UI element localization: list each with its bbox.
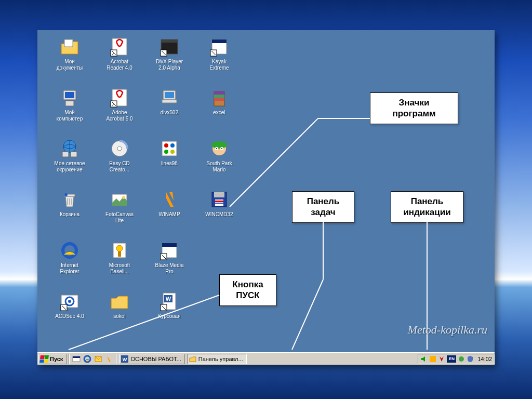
svg-rect-15 (165, 92, 174, 98)
desktop-icon[interactable]: Мои документы (47, 36, 92, 84)
desktop-icon[interactable]: Мое сетевое окружение (47, 138, 92, 186)
desktop-icon[interactable]: lines98 (147, 138, 192, 186)
foto-icon (109, 189, 130, 210)
cd-icon (109, 138, 130, 159)
desktop-icon-label: Internet Explorer (60, 262, 79, 275)
svg-rect-7 (212, 39, 227, 43)
quick-launch-winamp-icon[interactable] (104, 354, 114, 364)
desktop-icon[interactable]: Internet Explorer (47, 240, 92, 288)
tray-app-icon[interactable] (429, 355, 436, 363)
desktop-icon[interactable]: ACDSee 4.0 (47, 291, 92, 339)
folder-icon (109, 291, 130, 312)
quick-launch-ie-icon[interactable] (83, 354, 92, 364)
taskbar-task-button[interactable]: WОСНОВЫ РАБОТ... (119, 354, 184, 364)
desktop-icon[interactable]: WINCMD32 (196, 189, 242, 237)
desktop-icon[interactable]: FotoCanvas Lite (97, 189, 142, 237)
tray-volume-icon[interactable] (420, 355, 428, 363)
acrobat-icon (109, 87, 130, 108)
quick-launch (71, 354, 115, 364)
desktop-icon[interactable]: Корзина (47, 189, 92, 237)
desktop-icon[interactable]: Microsoft Baseli... (97, 240, 142, 288)
svg-rect-18 (214, 91, 224, 95)
desktop-icon-label: Acrobat Reader 4.0 (107, 59, 132, 71)
desktop-icon[interactable]: Blaze Media Pro (147, 240, 192, 288)
callout-programs-label: Значки программ (370, 92, 458, 124)
svg-point-56 (68, 300, 71, 303)
desktop-icon-label: divx502 (161, 110, 178, 116)
svg-rect-11 (65, 101, 74, 106)
shortcut-icon (209, 36, 230, 57)
desktop-icon-label: South Park Mario (206, 161, 232, 173)
desktop-icon[interactable]: Acrobat Reader 4.0 (97, 36, 142, 84)
desktop-icon[interactable]: divx502 (147, 87, 192, 135)
folder-icon (189, 355, 196, 363)
callout-taskbar-label: Панель задач (292, 191, 354, 223)
tray-network-icon[interactable] (458, 355, 465, 363)
desktop-icon-label: Easy CD Creato... (109, 161, 129, 173)
svg-point-30 (170, 150, 175, 154)
svg-rect-44 (215, 201, 223, 202)
quick-launch-outlook-icon[interactable] (94, 354, 103, 364)
desktop-icon-label: DivX Player 2.0 Alpha (156, 59, 183, 71)
desktop-icon-label: Blaze Media Pro (155, 262, 183, 275)
desktop-icon[interactable]: WКурсовая (147, 291, 192, 339)
taskbar-task-label: Панель управл... (198, 356, 243, 362)
ie-icon (59, 240, 80, 261)
taskbar-task-button[interactable]: Панель управл... (187, 354, 247, 364)
desktop-icon[interactable]: Adobe Acrobat 5.0 (97, 87, 142, 135)
svg-rect-22 (62, 152, 69, 157)
desktop-icon-label: Adobe Acrobat 5.0 (106, 110, 132, 122)
svg-rect-46 (215, 203, 223, 204)
acrobat-icon (109, 36, 130, 57)
desktop-icon[interactable]: Kayak Extreme (196, 36, 242, 84)
desktop-icon-label: sokol (113, 313, 125, 320)
desktop-icon[interactable]: South Park Mario (196, 138, 242, 186)
baseline-icon (109, 240, 130, 261)
callout-start-label: Кнопка ПУСК (219, 274, 276, 306)
tray-language-indicator[interactable]: EN (447, 355, 456, 363)
lines-icon (159, 138, 180, 159)
acdsee-icon (59, 291, 80, 312)
svg-point-29 (164, 150, 168, 154)
desktop-icon[interactable]: sokol (97, 291, 142, 339)
southpark-icon (209, 138, 230, 159)
taskbar-separator (69, 354, 70, 364)
system-tray[interactable]: EN 14:02 (418, 354, 495, 364)
presentation-slide: Мои документыAcrobat Reader 4.0DivX Play… (37, 30, 495, 365)
svg-rect-42 (214, 192, 224, 197)
shortcut-icon (159, 240, 180, 261)
svg-rect-16 (162, 100, 177, 103)
windows-flag-icon (39, 355, 49, 363)
svg-line-66 (292, 280, 323, 350)
svg-point-38 (64, 193, 68, 196)
desktop-icon-label: excel (213, 110, 225, 116)
network-icon (59, 138, 80, 159)
desktop-icon[interactable]: Easy CD Creato... (97, 138, 142, 186)
desktop-icon[interactable]: excel (196, 87, 242, 135)
desktop-icon[interactable]: Мой компьютер (47, 87, 92, 135)
desktop-icon-label: WINAMP (158, 211, 180, 218)
desktop-icon-label: Мой компьютер (57, 110, 83, 122)
taskbar: Пуск WОСНОВЫ РАБОТ...Панель управл... EN… (37, 352, 495, 365)
svg-rect-4 (161, 39, 178, 43)
svg-rect-26 (162, 141, 177, 156)
svg-text:W: W (123, 357, 127, 362)
svg-rect-69 (73, 356, 80, 358)
quick-launch-desktop-icon[interactable] (72, 354, 81, 364)
start-button[interactable]: Пуск (38, 354, 66, 364)
desktop-area[interactable]: Мои документыAcrobat Reader 4.0DivX Play… (37, 30, 495, 352)
svg-point-25 (117, 147, 122, 151)
svg-point-49 (116, 245, 123, 251)
tray-clock[interactable]: 14:02 (477, 356, 492, 362)
tray-shield-icon[interactable] (467, 355, 474, 363)
desktop-icon-label: lines98 (161, 161, 178, 167)
desktop-icon[interactable]: DivX Player 2.0 Alpha (147, 36, 192, 84)
divx-icon (159, 36, 180, 57)
watermark-text: Metod-kopilka.ru (408, 323, 487, 337)
floppy-icon (209, 189, 230, 210)
svg-rect-23 (71, 152, 77, 157)
desktop-icon[interactable]: WINAMP (147, 189, 192, 237)
desktop-icon-label: Курсовая (158, 313, 180, 320)
tray-kaspersky-icon[interactable] (438, 355, 445, 363)
svg-rect-74 (430, 356, 436, 362)
